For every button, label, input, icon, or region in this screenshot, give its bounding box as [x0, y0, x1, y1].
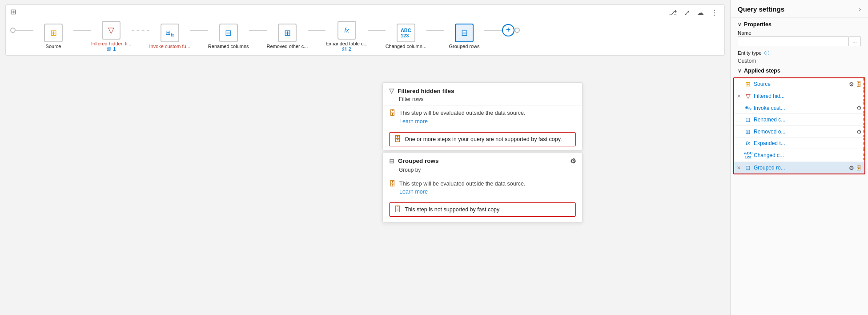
step-row-grouped[interactable]: ✕ ⊟ Grouped ro... ⚙ 🗄	[734, 162, 864, 174]
step-filtered-name[interactable]: Filtered hid...	[754, 93, 862, 99]
step-invoke-gear-icon[interactable]: ⚙	[856, 105, 862, 111]
step-grouped-gear-icon[interactable]: ⚙	[849, 165, 854, 171]
step-source-icon-wrap: ⊞	[44, 24, 63, 42]
entity-type-value: Custom	[738, 58, 861, 64]
pipeline-connector-5	[308, 30, 326, 31]
popup-area: ▽ Filtered hidden files Filter rows 🗄 Th…	[382, 82, 583, 222]
step-filtered-sub: ⛓ 1	[107, 46, 116, 52]
step-row-source[interactable]: ✕ ⊞ Source ⚙ 🗄	[734, 78, 864, 90]
step-removed-name[interactable]: Removed o...	[754, 129, 855, 135]
popup-filtered-notice-msg: This step will be evaluated outside the …	[399, 110, 526, 116]
popup-filtered-notice-icon: 🗄	[389, 109, 396, 117]
step-renamed-name[interactable]: Renamed c...	[754, 117, 862, 123]
step-grouped-icon: ⊟	[461, 28, 468, 38]
share-icon[interactable]: ⎇	[667, 8, 679, 18]
step-filtered[interactable]: ▽ Filtered hidden fi... ⛓ 1	[91, 21, 132, 52]
step-grouped[interactable]: ⊟ Grouped rows	[444, 24, 484, 49]
name-input-dots-button[interactable]: ...	[848, 36, 861, 46]
step-invoke-dashed-line	[863, 102, 864, 113]
step-changed-icon: ABC123	[401, 28, 411, 38]
step-renamed-label: Renamed columns	[208, 44, 249, 49]
popup-filtered-warning-text: One or more steps in your query are not …	[405, 136, 562, 142]
step-renamed[interactable]: ⊟ Renamed columns	[208, 24, 249, 49]
step-changed-name[interactable]: Changed c...	[754, 152, 862, 158]
properties-toggle-icon[interactable]: ∨	[738, 22, 741, 28]
pipeline-connector-2	[132, 30, 149, 31]
step-invoke-row-icon: ⊞fx	[744, 105, 752, 111]
step-filtered-label: Filtered hidden fi...	[91, 41, 132, 46]
entity-type-text: Entity type	[738, 50, 762, 56]
step-expanded-dashed-line	[863, 138, 864, 149]
step-removed[interactable]: ⊞ Removed other c...	[267, 24, 308, 49]
step-invoke-icon: ⊞fx	[165, 29, 174, 37]
name-input-row: ...	[738, 36, 861, 46]
step-grouped-db-icon[interactable]: 🗄	[856, 165, 862, 171]
step-invoke-icon-wrap: ⊞fx	[161, 24, 179, 42]
add-step-button[interactable]: +	[502, 24, 514, 36]
step-changed-label: Changed column...	[386, 44, 426, 49]
popup-grouped-notice-text: This step will be evaluated outside the …	[399, 180, 526, 197]
popup-grouped-warning-icon: 🗄	[394, 206, 401, 214]
step-row-changed[interactable]: ✕ ABC123 Changed c...	[734, 149, 864, 162]
popup-grouped-warning-text: This step is not supported by fast copy.	[405, 206, 501, 213]
step-source[interactable]: ⊞ Source	[33, 24, 73, 49]
more-options-icon[interactable]: ⋮	[709, 8, 720, 18]
pipeline-toolbar: ⎇ ⤢ ☁ ⋮	[667, 8, 720, 18]
step-removed-gear-icon[interactable]: ⚙	[856, 129, 862, 135]
step-renamed-icon-wrap: ⊟	[219, 24, 238, 42]
properties-header: ∨ Properties	[738, 21, 861, 28]
popup-grouped-learn-more[interactable]: Learn more	[399, 189, 428, 195]
step-changed-row-icon: ABC123	[744, 151, 752, 159]
step-invoke[interactable]: ⊞fx Invoke custom fu...	[149, 24, 190, 49]
step-row-removed[interactable]: ✕ ⊞ Removed o... ⚙	[734, 126, 864, 138]
popup-grouped-subtitle: Group by	[383, 167, 582, 176]
popup-grouped-warning: 🗄 This step is not supported by fast cop…	[389, 202, 576, 217]
step-expanded[interactable]: fx Expanded table c... ⛓ 2	[326, 21, 367, 52]
step-row-filtered[interactable]: ✕ ▽ Filtered hid...	[734, 90, 864, 102]
pipeline-connector-7	[426, 30, 444, 31]
step-grouped-x-icon[interactable]: ✕	[737, 165, 742, 171]
step-changed[interactable]: ABC123 Changed column...	[386, 24, 426, 49]
pipeline-bar: ⊞ ⎇ ⤢ ☁ ⋮ ⊞ Source ▽ Fil	[5, 4, 725, 56]
main-area: ⊞ ⎇ ⤢ ☁ ⋮ ⊞ Source ▽ Fil	[0, 0, 730, 315]
steps-list: ✕ ⊞ Source ⚙ 🗄 ✕ ▽ Filtered hid... ✕ ⊞fx…	[733, 77, 865, 174]
popup-grouped-gear-icon[interactable]: ⚙	[570, 157, 576, 165]
step-row-expanded[interactable]: ✕ fx Expanded t...	[734, 138, 864, 149]
applied-steps-toggle-icon[interactable]: ∨	[738, 68, 741, 74]
step-removed-dashed-line	[863, 126, 864, 137]
cloud-icon[interactable]: ☁	[695, 8, 706, 18]
pipeline-start-circle	[10, 28, 16, 33]
popup-filtered-notice-text: This step will be evaluated outside the …	[399, 109, 526, 126]
applied-steps-section: ∨ Applied steps	[731, 64, 868, 77]
step-row-invoke[interactable]: ✕ ⊞fx Invoke cust... ⚙	[734, 102, 864, 114]
name-input[interactable]	[738, 36, 848, 46]
pipeline-steps: ⊞ Source ▽ Filtered hidden fi... ⛓ 1 ⊞fx…	[6, 18, 724, 55]
step-filtered-x-icon[interactable]: ✕	[737, 93, 742, 99]
step-renamed-icon: ⊟	[225, 28, 232, 38]
entity-type-info-icon[interactable]: ⓘ	[764, 50, 769, 56]
step-expanded-icon-wrap: fx	[338, 21, 356, 40]
popup-grouped-icon: ⊟	[389, 158, 394, 165]
expand-icon[interactable]: ⤢	[682, 8, 691, 18]
popup-filtered-learn-more[interactable]: Learn more	[399, 118, 428, 125]
table-grid-icon: ⊞	[10, 8, 16, 16]
step-filtered-dashed-line	[863, 90, 864, 102]
step-source-gear-icon[interactable]: ⚙	[849, 81, 854, 88]
step-removed-row-icon: ⊞	[744, 128, 752, 135]
right-panel: Query settings › ∨ Properties Name ... E…	[730, 0, 868, 315]
pipeline-connector-0	[16, 30, 33, 31]
popup-filtered-warning: 🗄 One or more steps in your query are no…	[389, 132, 576, 146]
step-source-db-icon[interactable]: 🗄	[856, 81, 862, 88]
step-grouped-icon-wrap: ⊟	[455, 24, 474, 42]
properties-section: ∨ Properties Name ... Entity type ⓘ Cust…	[731, 18, 868, 64]
right-panel-chevron-icon[interactable]: ›	[859, 6, 861, 12]
step-changed-dashed-line	[863, 149, 864, 162]
step-source-dashed-line	[863, 78, 864, 90]
step-expanded-name[interactable]: Expanded t...	[754, 140, 862, 146]
popup-grouped: ⊟ Grouped rows ⚙ Group by 🗄 This step wi…	[382, 152, 583, 223]
step-grouped-name[interactable]: Grouped ro...	[754, 165, 847, 171]
step-invoke-name[interactable]: Invoke cust...	[754, 105, 855, 111]
step-row-renamed[interactable]: ✕ ⊟ Renamed c...	[734, 114, 864, 126]
pipeline-connector-3	[190, 30, 208, 31]
step-source-name[interactable]: Source	[754, 81, 847, 87]
